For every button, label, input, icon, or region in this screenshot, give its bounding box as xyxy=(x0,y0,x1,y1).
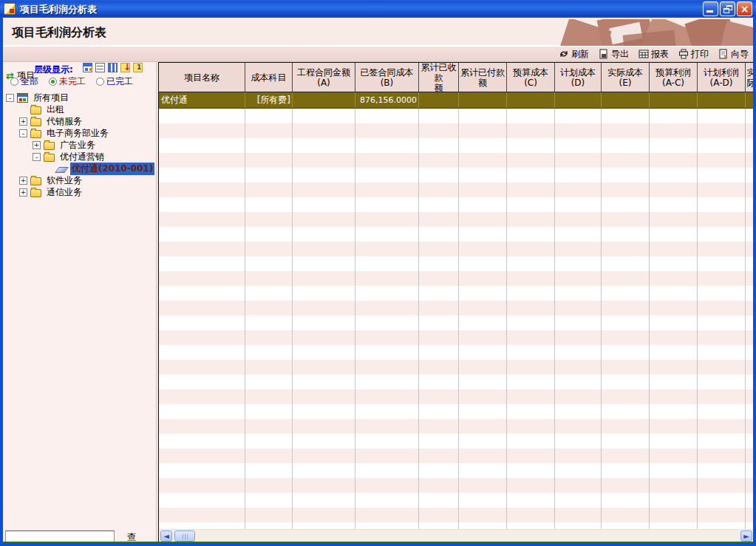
minus-expand-icon[interactable]: - xyxy=(6,94,14,102)
tree-item[interactable]: 出租 xyxy=(3,103,157,115)
wizard-button[interactable]: 向导 xyxy=(718,48,749,61)
close-button[interactable]: × xyxy=(737,1,752,16)
table-row[interactable] xyxy=(159,227,753,242)
table-row[interactable] xyxy=(159,212,753,227)
table-cell xyxy=(419,123,459,138)
plus-expand-icon[interactable]: + xyxy=(19,188,27,197)
table-cell xyxy=(245,493,293,508)
column-header[interactable]: 累计已付款额 xyxy=(459,63,507,92)
table-cell xyxy=(293,212,355,227)
column-header[interactable]: 成本科目 xyxy=(245,63,293,92)
radio-icon[interactable] xyxy=(49,78,57,86)
table-row[interactable]: 优付通[所有费]876,156.0000 xyxy=(159,92,753,109)
table-cell xyxy=(245,109,293,123)
tree-item-label: 广告业务 xyxy=(58,139,97,151)
table-row[interactable] xyxy=(159,493,753,508)
minus-expand-icon[interactable]: - xyxy=(19,129,27,137)
table-cell xyxy=(746,419,753,434)
search-input[interactable] xyxy=(5,530,115,542)
table-row[interactable] xyxy=(159,360,753,375)
tree-item[interactable]: -优付通营销 xyxy=(3,151,157,163)
refresh-button[interactable]: 刷新 xyxy=(559,48,589,61)
tree-item[interactable]: +通信业务 xyxy=(3,186,157,198)
plus-expand-icon[interactable]: + xyxy=(19,177,27,185)
table-cell xyxy=(507,182,555,197)
main-area: ⇄ 项目 层级显示: 全部未完工已完工 -所有项目出租+代销服务-电子商务部业务… xyxy=(3,62,753,542)
table-row[interactable] xyxy=(159,345,753,360)
horizontal-scrollbar[interactable]: ◄ ► xyxy=(159,529,753,542)
column-header[interactable]: 实际 xyxy=(746,63,753,92)
column-header[interactable]: 实际成本(E) xyxy=(602,63,650,92)
table-row[interactable] xyxy=(159,315,753,330)
tree-item[interactable]: -所有项目 xyxy=(3,92,157,103)
export-button[interactable]: 导出 xyxy=(599,48,629,61)
tree-item[interactable]: +广告业务 xyxy=(3,139,157,151)
plus-expand-icon[interactable]: + xyxy=(19,117,27,126)
radio-全部[interactable]: 全部 xyxy=(10,75,38,88)
table-row[interactable] xyxy=(159,448,753,463)
table-row[interactable] xyxy=(159,271,753,286)
table-row[interactable] xyxy=(159,138,753,153)
tree-item[interactable]: +软件业务 xyxy=(3,174,157,186)
tree-item[interactable]: 优付通(2010-001) xyxy=(3,163,157,174)
radio-icon[interactable] xyxy=(10,78,18,86)
table-row[interactable] xyxy=(159,197,753,212)
find-button[interactable]: 查找 xyxy=(118,531,139,542)
sort-number-icon[interactable] xyxy=(133,63,143,72)
folder-icon xyxy=(30,118,41,126)
table-row[interactable] xyxy=(159,404,753,419)
list-view-icon[interactable] xyxy=(95,63,105,72)
table-row[interactable] xyxy=(159,419,753,434)
column-header[interactable]: 计划成本(D) xyxy=(555,63,602,92)
scroll-left-button[interactable]: ◄ xyxy=(160,530,172,542)
table-row[interactable] xyxy=(159,434,753,448)
table-row[interactable] xyxy=(159,508,753,522)
minimize-button[interactable] xyxy=(703,1,718,16)
table-row[interactable] xyxy=(159,389,753,404)
table-cell xyxy=(159,227,245,242)
table-cell xyxy=(698,375,746,389)
scrollbar-thumb[interactable] xyxy=(174,530,195,542)
column-header[interactable]: 已签合同成本(B) xyxy=(355,63,419,92)
table-cell xyxy=(555,478,602,493)
minus-expand-icon[interactable]: - xyxy=(33,153,41,161)
column-header[interactable]: 项目名称 xyxy=(159,63,245,92)
table-row[interactable] xyxy=(159,168,753,182)
plus-expand-icon[interactable]: + xyxy=(33,141,41,149)
column-header[interactable]: 预算成本(C) xyxy=(507,63,555,92)
report-button[interactable]: 报表 xyxy=(638,48,669,61)
table-row[interactable] xyxy=(159,301,753,315)
table-row[interactable] xyxy=(159,522,753,529)
column-header[interactable]: 预算利润(A-C) xyxy=(650,63,698,92)
scroll-right-button[interactable]: ► xyxy=(740,530,752,542)
tree-item[interactable]: -电子商务部业务 xyxy=(3,127,157,139)
tree-item[interactable]: +代销服务 xyxy=(3,115,157,127)
column-header[interactable]: 工程合同金额(A) xyxy=(293,63,355,92)
table-row[interactable] xyxy=(159,109,753,123)
table-cell xyxy=(355,463,419,478)
table-row[interactable] xyxy=(159,463,753,478)
table-row[interactable] xyxy=(159,286,753,301)
table-row[interactable] xyxy=(159,375,753,389)
column-header[interactable]: 计划利润(A-D) xyxy=(698,63,746,92)
table-row[interactable] xyxy=(159,478,753,493)
table-row[interactable] xyxy=(159,153,753,168)
grid-view-icon[interactable] xyxy=(108,63,118,72)
table-row[interactable] xyxy=(159,256,753,271)
print-button[interactable]: 打印 xyxy=(678,48,709,61)
table-row[interactable] xyxy=(159,242,753,256)
table-row[interactable] xyxy=(159,123,753,138)
radio-已完工[interactable]: 已完工 xyxy=(96,75,133,88)
table-cell xyxy=(355,271,419,286)
table-row[interactable] xyxy=(159,182,753,197)
table-cell xyxy=(293,375,355,389)
column-header[interactable]: 累计已收款额 xyxy=(419,63,459,92)
radio-icon[interactable] xyxy=(96,78,104,86)
table-row[interactable] xyxy=(159,330,753,345)
window-view-icon[interactable] xyxy=(83,63,92,72)
table-cell xyxy=(602,434,650,448)
sort-desc-icon[interactable] xyxy=(120,63,130,72)
radio-未完工[interactable]: 未完工 xyxy=(49,75,86,88)
table-cell xyxy=(293,434,355,448)
restore-button[interactable] xyxy=(720,1,735,16)
